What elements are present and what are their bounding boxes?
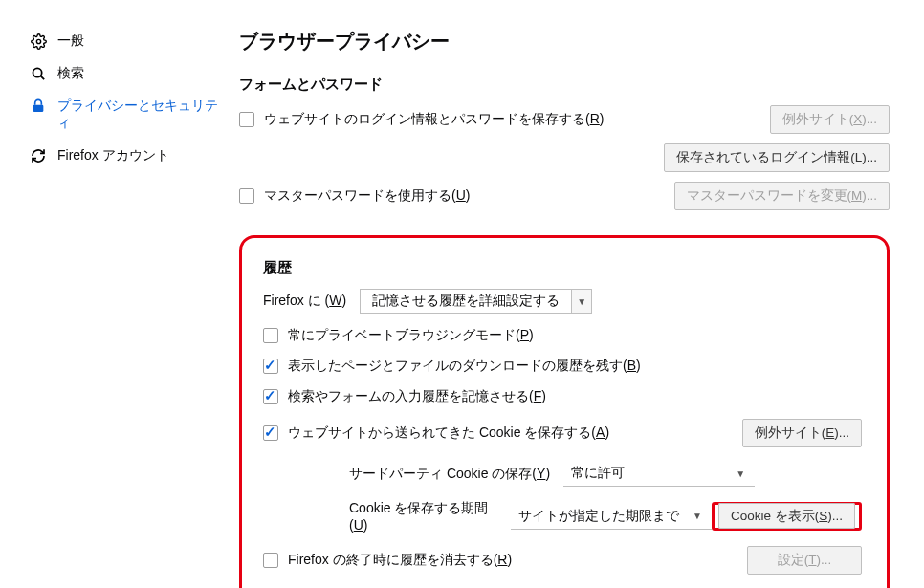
content: ブラウザープライバシー フォームとパスワード ウェブサイトのログイン情報とパスワ… xyxy=(220,0,924,588)
section-title: ブラウザープライバシー xyxy=(239,29,890,54)
sidebar: 一般 検索 プライバシーとセキュリティ Firefox アカウント xyxy=(0,0,220,588)
sidebar-item-search[interactable]: 検索 xyxy=(31,57,220,90)
show-cookies-button[interactable]: Cookie を表示(S)... xyxy=(718,503,855,529)
chevron-down-icon: ▼ xyxy=(687,511,708,521)
remember-browsing-checkbox[interactable] xyxy=(263,359,278,374)
private-mode-label: 常にプライベートブラウジングモード(P) xyxy=(288,327,534,344)
forms-title: フォームとパスワード xyxy=(239,76,890,94)
clear-on-close-checkbox[interactable] xyxy=(263,553,278,568)
saved-logins-button[interactable]: 保存されているログイン情報(L)... xyxy=(664,143,890,172)
chevron-down-icon: ▼ xyxy=(572,290,591,313)
search-icon xyxy=(31,65,57,82)
accept-cookies-checkbox[interactable] xyxy=(263,425,278,441)
sidebar-item-label: Firefox アカウント xyxy=(57,147,169,164)
sidebar-item-label: 検索 xyxy=(57,65,84,82)
third-party-label: サードパーティ Cookie の保存(Y) xyxy=(349,466,550,483)
cookie-exceptions-button[interactable]: 例外サイト(E)... xyxy=(742,419,862,447)
svg-point-1 xyxy=(33,68,41,76)
show-cookies-highlight: Cookie を表示(S)... xyxy=(712,502,862,531)
history-mode-select[interactable]: 記憶させる履歴を詳細設定する ▼ xyxy=(360,289,592,314)
history-highlight-box: 履歴 Firefox に (W) 記憶させる履歴を詳細設定する ▼ 常にプライベ… xyxy=(239,235,890,588)
save-logins-checkbox[interactable] xyxy=(239,112,254,127)
gear-icon xyxy=(31,33,57,50)
change-master-password-button[interactable]: マスターパスワードを変更(M)... xyxy=(674,182,891,210)
third-party-value: 常に許可 xyxy=(571,465,730,482)
master-password-label: マスターパスワードを使用する(U) xyxy=(264,187,470,205)
sidebar-item-account[interactable]: Firefox アカウント xyxy=(31,140,220,172)
private-mode-checkbox[interactable] xyxy=(263,328,278,343)
lock-icon xyxy=(31,98,57,114)
keep-until-label: Cookie を保存する期間(U) xyxy=(349,500,497,533)
master-password-checkbox[interactable] xyxy=(239,188,254,204)
sidebar-item-privacy[interactable]: プライバシーとセキュリティ xyxy=(31,90,220,140)
svg-rect-3 xyxy=(33,105,44,112)
history-mode-value: 記憶させる履歴を詳細設定する xyxy=(361,290,572,313)
sidebar-item-label: 一般 xyxy=(57,33,84,50)
svg-point-0 xyxy=(36,39,40,43)
sidebar-item-general[interactable]: 一般 xyxy=(31,25,220,57)
sync-icon xyxy=(31,147,57,163)
keep-until-value: サイトが指定した期限まで xyxy=(518,508,687,525)
keep-until-select[interactable]: サイトが指定した期限まで ▼ xyxy=(511,504,712,530)
remember-forms-label: 検索やフォームの入力履歴を記憶させる(F) xyxy=(288,388,546,405)
history-title: 履歴 xyxy=(263,259,862,277)
exceptions-button[interactable]: 例外サイト(X)... xyxy=(770,105,890,134)
sidebar-item-label: プライバシーとセキュリティ xyxy=(57,98,220,132)
save-logins-label: ウェブサイトのログイン情報とパスワードを保存する(R) xyxy=(264,111,604,128)
chevron-down-icon: ▼ xyxy=(730,468,751,479)
third-party-select[interactable]: 常に許可 ▼ xyxy=(563,461,755,487)
remember-forms-checkbox[interactable] xyxy=(263,389,278,404)
accept-cookies-label: ウェブサイトから送られてきた Cookie を保存する(A) xyxy=(288,425,609,442)
remember-browsing-label: 表示したページとファイルのダウンロードの履歴を残す(B) xyxy=(288,358,641,375)
firefox-will-label: Firefox に (W) xyxy=(263,293,346,310)
svg-line-2 xyxy=(41,76,45,80)
history-settings-button[interactable]: 設定(T)... xyxy=(747,546,862,575)
clear-on-close-label: Firefox の終了時に履歴を消去する(R) xyxy=(288,552,512,569)
